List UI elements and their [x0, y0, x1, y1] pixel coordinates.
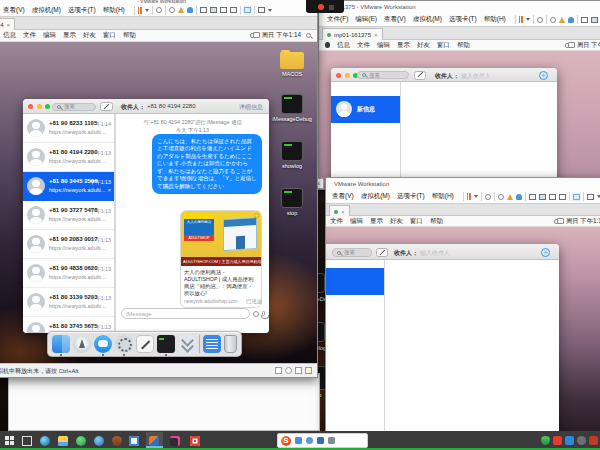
macos-menu-item[interactable]: 窗口 [103, 31, 116, 40]
network-icon[interactable] [295, 367, 302, 374]
screen-capture-icon[interactable] [244, 7, 251, 13]
conversation-row-selected[interactable] [326, 268, 384, 295]
macos-menu-item[interactable]: 编辑 [43, 31, 56, 40]
apple-menu-icon[interactable] [325, 42, 330, 48]
vm1-messages-toolbar[interactable]: 搜索 收件人： +81 80 4194 2280 详细信息 [23, 99, 269, 114]
finder-icon[interactable] [52, 335, 70, 353]
system-preferences-icon[interactable] [115, 335, 133, 353]
console-view-icon[interactable] [529, 194, 536, 200]
document-icon[interactable] [203, 335, 221, 353]
macos-menu-item[interactable]: 文件 [330, 217, 343, 226]
thumbnail-view-icon[interactable] [210, 7, 217, 13]
tray-blue-icon[interactable] [565, 436, 574, 445]
console-view-icon[interactable] [200, 7, 207, 13]
screen-capture-icon[interactable] [573, 194, 580, 200]
thumbnail-view-icon[interactable] [591, 17, 598, 23]
compose-button[interactable] [100, 102, 113, 111]
vmware-menu-item[interactable]: 帮助(H) [484, 15, 506, 24]
vm1-tab[interactable]: 4 × [0, 18, 15, 30]
macos-menu-item[interactable]: 编辑 [350, 217, 363, 226]
macos-menu-item[interactable]: 信息 [3, 31, 16, 40]
dropdown-caret-icon[interactable] [474, 195, 478, 198]
external-display-icon[interactable] [587, 194, 594, 200]
vmware-menu-item[interactable]: 虚拟机(M) [413, 15, 442, 24]
vmware-menu-item[interactable]: 查看(V) [332, 192, 354, 201]
vmware-menu-item[interactable]: 选项卡(T) [449, 15, 477, 24]
conversation-row[interactable]: +81 80 4194 2280 下午1:13 https://newyork.… [23, 143, 114, 172]
minimize-icon[interactable] [37, 104, 42, 109]
snapshot-clock-icon[interactable] [169, 7, 175, 13]
vm3-messages-toolbar[interactable]: 搜索 收件人： 输入收件人 + [326, 244, 559, 260]
macos-menu-item[interactable]: 显示 [63, 31, 76, 40]
conversation-row-selected[interactable]: 新信息 [331, 96, 400, 123]
task-view-button[interactable] [22, 436, 32, 446]
compose-button[interactable] [414, 71, 426, 80]
macos-menu-item[interactable]: 帮助 [123, 31, 136, 40]
tab-close-icon[interactable]: × [374, 32, 378, 38]
macos-menu-item[interactable]: 好友 [390, 217, 403, 226]
snapshot-user-icon[interactable] [187, 7, 193, 13]
showlog-icon[interactable] [281, 141, 303, 161]
fullscreen-icon[interactable] [549, 194, 556, 200]
conversation-row[interactable]: +81 90 8233 1105 下午1:14 https://newyork.… [23, 114, 114, 143]
autofit-icon[interactable] [485, 194, 491, 200]
conversation-row[interactable]: +81 90 3727 5478 下午1:13 https://newyork.… [23, 201, 114, 230]
pause-icon[interactable] [138, 7, 142, 14]
zoom-icon[interactable] [45, 104, 50, 109]
edge-browser-icon[interactable] [40, 436, 50, 446]
conversation-row[interactable]: +81 80 3139 5293 下午1:13 https://newyork.… [23, 288, 114, 317]
vmware-menu-item[interactable]: 文件(F) [327, 15, 348, 24]
spotlight-icon[interactable] [306, 33, 311, 38]
dropdown-caret-icon[interactable] [145, 9, 149, 12]
macos-menu-item[interactable]: 编辑 [377, 41, 390, 50]
disk-icon[interactable] [285, 367, 292, 374]
thumbnail-view-icon[interactable] [539, 194, 546, 200]
vmware-menu-item[interactable]: 虚拟机(M) [361, 192, 390, 201]
snapshot-user-icon[interactable] [568, 17, 574, 23]
close-icon[interactable] [28, 104, 33, 109]
vmware-menu-item[interactable]: 帮助(H) [432, 192, 454, 201]
vmware-menu-item[interactable]: 虚拟机(M) [32, 6, 61, 15]
handoff-icon[interactable] [565, 43, 572, 48]
vmware-menu-item[interactable]: 查看(V) [384, 15, 406, 24]
vmware-menu-item[interactable]: 选项卡(T) [397, 192, 425, 201]
unity-icon[interactable] [559, 194, 566, 200]
macos-menu-item[interactable]: 文件 [357, 41, 370, 50]
macos-menu-item[interactable]: 窗口 [410, 217, 423, 226]
vmware-taskbar-icon[interactable] [149, 436, 159, 446]
search-input[interactable]: 搜索 [52, 103, 96, 111]
snapshot-clock-icon[interactable] [550, 17, 556, 23]
microphone-icon[interactable] [262, 311, 266, 316]
stop-icon[interactable] [281, 188, 303, 208]
tray-red-icon[interactable] [553, 436, 562, 445]
vm2-titlebar[interactable]: 161375 - VMware Workstation [319, 1, 600, 13]
start-button[interactable] [5, 436, 9, 440]
security-shield-icon[interactable] [112, 436, 122, 446]
autofit-icon[interactable] [156, 7, 162, 13]
vmware-menu-item[interactable]: 查看(V) [3, 6, 25, 15]
conversation-row[interactable]: +81 80 3445 2506 下午1:13 https://newyork.… [23, 172, 114, 201]
search-input[interactable]: 搜索 [332, 248, 372, 257]
snapshot-alert-icon[interactable] [507, 194, 513, 200]
red-app-icon[interactable] [190, 436, 200, 446]
store-app-icon[interactable] [129, 436, 139, 446]
imessagedebug-icon[interactable] [281, 94, 303, 114]
macos-menu-item[interactable]: 窗口 [437, 41, 450, 50]
macos-menu-item[interactable]: 帮助 [430, 217, 443, 226]
launchpad-icon[interactable] [73, 335, 91, 353]
menubar-clock[interactable]: 周日 下午1:14 [577, 41, 600, 50]
ime-keyboard-icon[interactable] [317, 437, 324, 444]
snapshot-alert-icon[interactable] [559, 17, 565, 23]
terminal-icon[interactable] [157, 335, 175, 353]
downloads-icon[interactable] [178, 335, 196, 353]
snapshot-alert-icon[interactable] [178, 7, 184, 13]
macos-menu-item[interactable]: 帮助 [457, 41, 470, 50]
snapshot-user-icon[interactable] [516, 194, 522, 200]
vm2-tab[interactable]: mp01-161375 × [322, 28, 383, 40]
handoff-icon[interactable] [554, 219, 561, 224]
vmware-menu-item[interactable]: 编辑(E) [355, 15, 377, 24]
link-preview-card[interactable]: 大人の便利商店 ADULTSHOP ADULTISHOP.COM | 主営の成人… [180, 210, 262, 308]
tab-close-icon[interactable]: × [341, 209, 345, 215]
pause-icon[interactable] [519, 16, 523, 23]
tray-gray-icon[interactable] [577, 436, 586, 445]
